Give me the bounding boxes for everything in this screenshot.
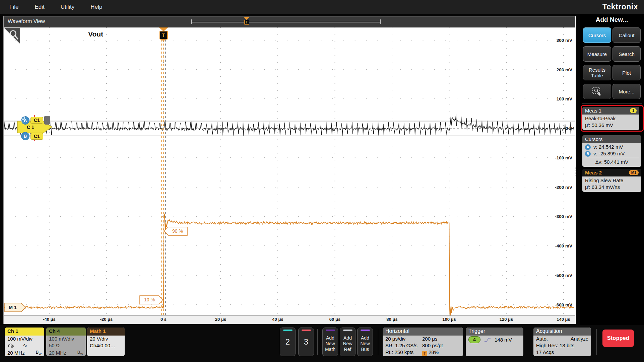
meas2-value: μ': 63.34 mV/ns	[585, 184, 639, 191]
bus-color-stripe	[361, 330, 370, 331]
cursor-b-source-tag: C1	[30, 133, 43, 140]
ch2-button[interactable]: 2	[280, 328, 296, 356]
trigger-level: 148 mV	[495, 337, 512, 343]
trigger-t-badge: T	[159, 31, 168, 40]
meas1-source-pill: 1	[630, 108, 637, 113]
ref-color-stripe	[343, 330, 352, 331]
math1-badge[interactable]: Math 1 20 V/div Ch4/0.00…	[87, 328, 125, 356]
cursor-b-value: v: -25.899 mV	[593, 150, 625, 157]
meas1-badge[interactable]: Meas 1 1 Peak-to-Peak μ': 50.36 mV	[582, 107, 639, 130]
trigger-position-icon: T	[422, 351, 427, 356]
x-tick: 60 μs	[329, 317, 340, 322]
svg-text:10 %: 10 %	[144, 297, 155, 302]
probe-icon	[7, 343, 14, 348]
menu-utility[interactable]: Utility	[53, 4, 83, 10]
x-tick: -20 μs	[100, 317, 113, 322]
cursor-link-icon[interactable]	[44, 116, 50, 125]
horizontal-badge[interactable]: Horizontal 20 μs/div200 μs SR: 1.25 GS/s…	[383, 328, 463, 356]
graticule[interactable]: 300 mV200 mV100 mV0 V-100 mV-200 mV-300 …	[4, 27, 575, 315]
more-button[interactable]: More...	[613, 84, 641, 99]
ch3-button[interactable]: 3	[298, 328, 314, 356]
span-left-bracket[interactable]	[191, 19, 192, 24]
menu-file[interactable]: File	[0, 4, 26, 10]
horizontal-scale: 20 μs/div	[385, 336, 405, 342]
x-axis: -40 μs-20 μs0 s20 μs40 μs60 μs80 μs100 μ…	[4, 315, 575, 324]
trigger-title: Trigger	[466, 328, 523, 336]
acquisition-title: Acquisition	[533, 328, 591, 336]
meas2-source-pill: M1	[629, 170, 639, 175]
bar-divider	[378, 329, 378, 355]
add-new-ref-button[interactable]: Add New Ref	[340, 328, 356, 356]
waveform-svg	[4, 27, 575, 315]
meas2-type: Rising Slew Rate	[585, 177, 639, 184]
acquisition-badge[interactable]: Acquisition Auto, Analyze High Res: 13 b…	[533, 328, 591, 356]
waveform-view-title: Waveform View	[8, 18, 45, 24]
add-cursors-button[interactable]: Cursors	[583, 27, 611, 43]
cursors-title: Cursors	[585, 136, 603, 142]
waveform-view-titlebar: Waveform View T	[4, 16, 575, 27]
x-tick: 40 μs	[272, 317, 283, 322]
sidebar-divider	[582, 103, 642, 103]
add-plot-button[interactable]: Plot	[613, 65, 641, 80]
add-results-table-button[interactable]: Results Table	[583, 65, 611, 80]
ch1-badge[interactable]: Ch 1 100 mV/div ∿ 20 MHz BW	[5, 328, 44, 356]
ch4-impedance: 50 Ω	[49, 342, 83, 349]
add-callout-button[interactable]: Callout	[613, 27, 641, 43]
acquisition-resolution: High Res: 13 bits	[536, 342, 588, 349]
zoom-magnifier-icon[interactable]	[4, 27, 20, 44]
cursor-delta-value: Δv: 50.441 mV	[585, 158, 639, 165]
ref-level-90-flag: 90 %	[164, 227, 188, 236]
cursor-b-icon: B	[21, 132, 29, 140]
ch2-color-stripe	[283, 330, 293, 331]
svg-text:M 1: M 1	[9, 305, 17, 310]
math1-source: Ch4/0.00…	[90, 342, 122, 349]
x-tick: -40 μs	[43, 317, 56, 322]
meas2-badge[interactable]: Meas 2 M1 Rising Slew Rate μ': 63.34 mV/…	[582, 169, 641, 192]
add-new-bus-button[interactable]: Add New Bus	[357, 328, 373, 356]
acquisition-count: 17 Acqs	[536, 349, 588, 356]
ch4-bandwidth: 20 MHz	[49, 350, 66, 356]
trigger-badge[interactable]: Trigger 4 148 mV	[466, 328, 523, 356]
pan-zoom-span-bar[interactable]	[191, 22, 381, 22]
vout-label: Vout	[88, 30, 103, 38]
svg-text:90 %: 90 %	[172, 228, 183, 234]
add-new-title: Add New...	[580, 16, 644, 23]
ch1-scale: 100 mV/div	[7, 336, 42, 342]
cursor-a-badge[interactable]: A C1	[21, 116, 50, 125]
cursor-a-source-tag: C1	[30, 117, 43, 124]
settings-bar: Ch 1 100 mV/div ∿ 20 MHz BW Ch 4 100 mV/…	[0, 325, 644, 362]
cursor-b-badge[interactable]: B C1	[21, 132, 43, 140]
add-search-button[interactable]: Search	[613, 46, 641, 62]
meas1-title: Meas 1	[585, 108, 601, 114]
svg-text:C 1: C 1	[27, 125, 34, 130]
ch4-badge[interactable]: Ch 4 100 mV/div 50 Ω 20 MHz BW	[46, 328, 86, 356]
titlebar-trigger-marker[interactable]: T	[242, 17, 251, 25]
math1-level-marker[interactable]: M 1	[4, 303, 26, 312]
math-color-stripe	[326, 330, 335, 331]
bandwidth-limit-icon: BW	[36, 349, 42, 356]
horizontal-title: Horizontal	[383, 328, 463, 336]
menu-help[interactable]: Help	[82, 4, 110, 10]
tektronix-logo: Tektronix	[602, 2, 638, 11]
ref-level-10-flag: 10 %	[139, 295, 163, 304]
menu-edit[interactable]: Edit	[26, 4, 52, 10]
x-tick: 100 μs	[442, 317, 456, 322]
run-stop-status-button[interactable]: Stopped	[602, 330, 634, 347]
x-tick: 20 μs	[215, 317, 226, 322]
add-measure-button[interactable]: Measure	[583, 46, 611, 62]
acquisition-analyze: Analyze	[571, 336, 588, 342]
bar-divider	[317, 329, 318, 355]
x-tick: 0 s	[160, 317, 167, 322]
cursors-readout-badge[interactable]: Cursors A v: 24.542 mV B v: -25.899 mV Δ…	[582, 135, 641, 167]
math1-scale: 20 V/div	[90, 336, 122, 342]
x-tick: 120 μs	[500, 317, 513, 322]
ch3-color-stripe	[302, 330, 311, 331]
zoom-select-button[interactable]	[583, 84, 611, 99]
record-length: RL: 250 kpts	[385, 349, 413, 355]
cursor-a-icon: A	[585, 144, 591, 150]
add-new-math-button[interactable]: Add New Math	[322, 328, 338, 356]
trigger-source-pill: 4	[468, 336, 480, 343]
trigger-position-badge[interactable]: T	[159, 27, 168, 40]
span-right-bracket[interactable]	[380, 19, 381, 24]
sine-coupling-icon: ∿	[23, 342, 27, 349]
